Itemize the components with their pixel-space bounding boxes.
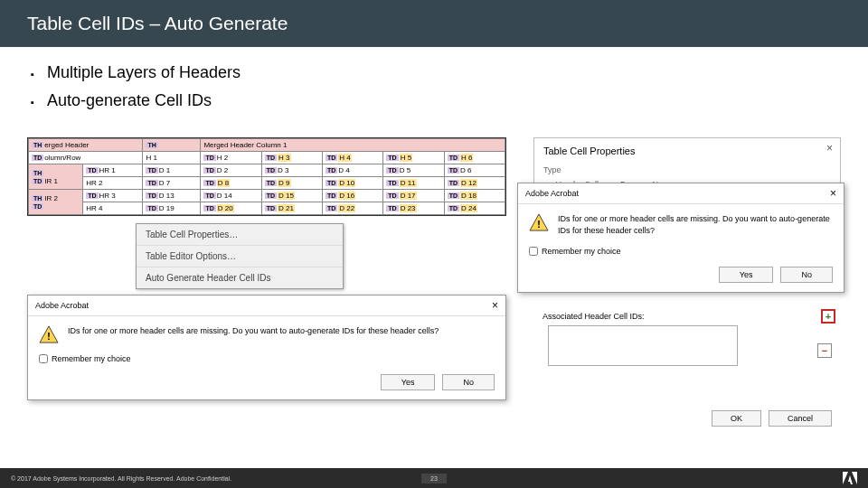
confirm-dialog-right: Adobe Acrobat × ! IDs for one or more he… [517,183,844,293]
warning-icon: ! [529,213,549,231]
add-icon[interactable]: + [821,309,835,324]
adobe-logo-icon [843,472,857,484]
right-column: × Table Cell Properties Type ○Header Cel… [533,137,841,445]
ctx-item-cell-props[interactable]: Table Cell Properties… [137,224,343,246]
remember-checkbox[interactable] [39,354,48,363]
yes-button[interactable]: Yes [381,374,436,390]
context-menu: Table Cell Properties… Table Editor Opti… [136,223,344,289]
remember-checkbox[interactable] [529,247,538,256]
bullet-list: Multiple Layers of Headers Auto-generate… [27,63,841,110]
warning-icon: ! [39,325,59,343]
svg-text:!: ! [47,330,51,343]
confirm-dialog-left: Adobe Acrobat × ! IDs for one or more he… [27,295,506,400]
ctx-item-auto-generate[interactable]: Auto Generate Header Cell IDs [137,267,343,288]
panel-title: Table Cell Properties [543,145,831,156]
close-icon[interactable]: × [826,142,833,155]
dialog-title: Adobe Acrobat [525,189,579,198]
no-button[interactable]: No [442,374,495,390]
content-area: Multiple Layers of Headers Auto-generate… [0,47,868,445]
bullet-item: Multiple Layers of Headers [27,63,841,82]
remember-label: Remember my choice [52,354,131,363]
remember-label: Remember my choice [542,247,621,256]
assoc-list-box[interactable] [548,325,738,366]
close-icon[interactable]: × [492,299,498,312]
assoc-header-label: Associated Header Cell IDs: [542,312,645,321]
close-icon[interactable]: × [830,187,836,200]
cancel-button[interactable]: Cancel [769,410,832,427]
svg-marker-6 [848,475,853,484]
tagged-table-preview: THerged Header TH Merged Header Column 1… [27,137,506,216]
page-number: 23 [421,474,447,483]
left-column: THerged Header TH Merged Header Column 1… [27,137,506,445]
ctx-item-editor-opts[interactable]: Table Editor Options… [137,246,343,267]
svg-marker-5 [852,472,857,484]
svg-marker-4 [843,472,848,484]
slide-title: Table Cell IDs – Auto Generate [27,13,288,33]
yes-button[interactable]: Yes [719,267,774,283]
svg-text:!: ! [537,218,541,230]
remove-icon[interactable]: − [817,343,832,358]
ok-button[interactable]: OK [712,410,761,427]
footer-bar: © 2017 Adobe Systems Incorporated. All R… [0,468,868,488]
no-button[interactable]: No [780,267,833,283]
bullet-item: Auto-generate Cell IDs [27,91,841,110]
slide-title-bar: Table Cell IDs – Auto Generate [0,0,868,47]
dialog-title: Adobe Acrobat [35,301,89,310]
dialog-message: IDs for one or more header cells are mis… [558,213,833,236]
type-label: Type [543,165,561,174]
copyright-text: © 2017 Adobe Systems Incorporated. All R… [11,475,231,482]
dialog-message: IDs for one or more header cells are mis… [68,325,439,343]
